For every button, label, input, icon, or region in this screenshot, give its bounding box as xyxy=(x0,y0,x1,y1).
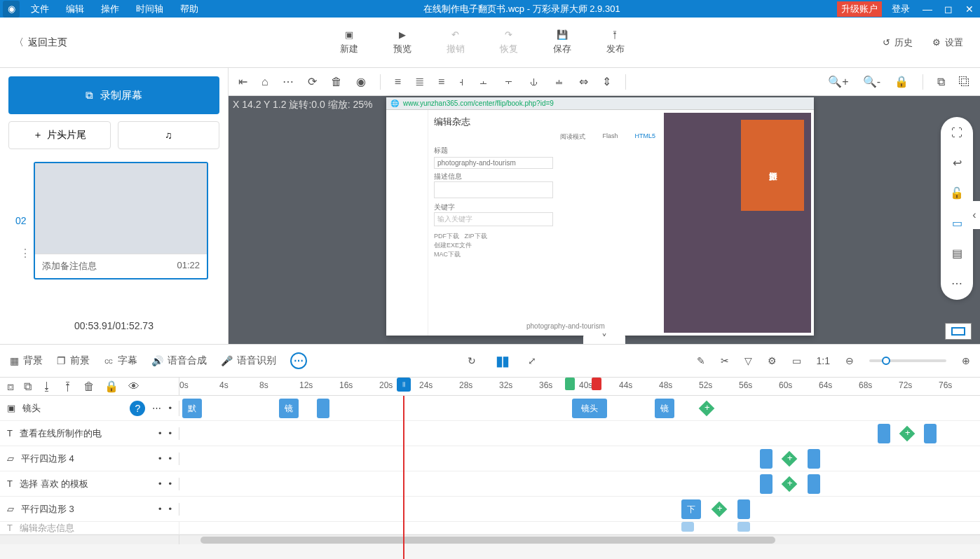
clip-note-placeholder[interactable]: 添加备注信息 xyxy=(42,260,97,272)
keyframe-t1[interactable] xyxy=(899,426,916,442)
edit-icon[interactable]: ✎ xyxy=(697,355,705,366)
download-icon[interactable]: ⭳ xyxy=(41,380,53,393)
maximize-button[interactable]: ◻ xyxy=(938,4,959,15)
rectangle-icon[interactable]: ▭ xyxy=(952,216,962,230)
keyframe-t4[interactable] xyxy=(712,502,728,518)
eye-icon[interactable]: 👁 xyxy=(128,380,139,393)
track-dot-icon[interactable]: • xyxy=(158,453,162,464)
duplicate-icon[interactable]: ⿻ xyxy=(959,76,970,88)
menu-operate[interactable]: 操作 xyxy=(93,3,128,15)
clip-t3-a[interactable] xyxy=(760,474,773,494)
menu-timeline[interactable]: 时间轴 xyxy=(128,3,172,15)
pause-button[interactable]: ▮▮ xyxy=(496,352,508,369)
add-audio-button[interactable]: ♫ xyxy=(118,121,220,149)
copy-icon[interactable]: ⧉ xyxy=(937,76,945,88)
upload2-icon[interactable]: ⭱ xyxy=(62,380,74,393)
distribute-v-icon[interactable]: ⫨ xyxy=(554,76,565,88)
track-t2-body[interactable] xyxy=(179,446,980,471)
align-bottom-icon[interactable]: ≡ xyxy=(438,76,444,88)
tab-asr[interactable]: 🎤语音识别 xyxy=(221,354,276,367)
record-screen-button[interactable]: ⧉ 录制屏幕 xyxy=(8,76,219,114)
align-right-icon[interactable]: ⫟ xyxy=(503,76,515,88)
back-home-button[interactable]: 〈 返回主页 xyxy=(0,36,81,49)
clip-t5-b[interactable] xyxy=(737,522,750,532)
menu-edit[interactable]: 编辑 xyxy=(57,3,93,15)
align-middle-icon[interactable]: ≣ xyxy=(415,75,424,88)
align-top-icon[interactable]: ≡ xyxy=(395,76,401,88)
clip-card[interactable]: 02 添加备注信息 01:22 xyxy=(34,162,208,280)
track-t4-body[interactable]: 下 xyxy=(179,497,980,521)
track-dot2-icon[interactable]: • xyxy=(168,453,172,464)
clip-small-1[interactable] xyxy=(317,399,329,418)
settings-button[interactable]: ⚙设置 xyxy=(932,36,963,49)
more-tabs-button[interactable]: ⋯ xyxy=(290,352,307,369)
track-dot2-icon[interactable]: • xyxy=(168,504,172,514)
time-ruler[interactable]: 0s4s8s12s16s20s24s28s32s36s40s44s48s52s5… xyxy=(179,378,980,395)
rewind-history-icon[interactable]: ↻ xyxy=(468,355,476,366)
clip-shot-b[interactable]: 镜头 xyxy=(572,399,607,418)
marker-green[interactable] xyxy=(565,378,575,390)
history-button[interactable]: ↺历史 xyxy=(883,36,913,49)
track-dot-icon[interactable]: • xyxy=(158,478,162,489)
track-dot2-icon[interactable]: • xyxy=(168,428,172,439)
track-dot-icon[interactable]: • xyxy=(168,403,172,413)
lock2-icon[interactable]: 🔒 xyxy=(104,380,118,393)
one-to-one-icon[interactable]: 1:1 xyxy=(817,355,830,366)
pip-indicator[interactable] xyxy=(945,323,972,340)
undo-button[interactable]: ↶撤销 xyxy=(447,29,465,55)
redo-button[interactable]: ↷恢复 xyxy=(500,29,518,55)
keyframe-t2[interactable] xyxy=(782,451,798,467)
tab-subtitle[interactable]: ㏄字幕 xyxy=(104,354,137,367)
minimize-button[interactable]: — xyxy=(917,4,938,15)
track-dot2-icon[interactable]: • xyxy=(168,478,172,489)
clip-t1-b[interactable] xyxy=(924,424,937,443)
spacing-v-icon[interactable]: ⇕ xyxy=(602,75,611,88)
lock-icon[interactable]: 🔒 xyxy=(894,75,908,88)
crop-icon[interactable]: ✂ xyxy=(721,355,729,366)
spacing-h-icon[interactable]: ⇔ xyxy=(579,75,588,88)
expand-icon[interactable]: ⤢ xyxy=(528,355,536,366)
keyframe-t3[interactable] xyxy=(782,476,798,492)
fullscreen-icon[interactable]: ⛶ xyxy=(951,127,962,139)
more-horizontal-icon[interactable]: ⋯ xyxy=(283,75,294,88)
help-icon[interactable]: ? xyxy=(130,401,145,416)
clip-t4-a[interactable]: 下 xyxy=(681,499,701,519)
collapse-bottom-tab[interactable]: ˅ xyxy=(583,333,625,344)
clip-t4-b[interactable] xyxy=(737,499,750,519)
caption-box-icon[interactable]: ▭ xyxy=(792,355,801,366)
add-folder-in-icon[interactable]: ⧈ xyxy=(7,380,14,393)
clip-default[interactable]: 默 xyxy=(182,399,202,418)
menu-help[interactable]: 帮助 xyxy=(172,3,207,15)
close-button[interactable]: ✕ xyxy=(959,4,980,15)
track-more-icon[interactable]: ⋯ xyxy=(152,403,161,413)
clip-t2-a[interactable] xyxy=(760,449,773,469)
timeline-scrollbar[interactable] xyxy=(0,534,980,544)
new-button[interactable]: ▣新建 xyxy=(340,29,358,55)
keyframe-add-1[interactable] xyxy=(699,401,715,417)
preview-button[interactable]: ▶预览 xyxy=(393,29,411,55)
track-dot-icon[interactable]: • xyxy=(158,428,162,439)
clip-shot-c[interactable]: 镜 xyxy=(655,399,674,418)
tab-tts[interactable]: 🔊语音合成 xyxy=(151,354,207,367)
clip-t2-b[interactable] xyxy=(808,449,820,469)
align-left-icon[interactable]: ⇤ xyxy=(238,75,247,88)
zoom-slider[interactable] xyxy=(869,359,946,362)
clip-t5-a[interactable] xyxy=(681,522,694,532)
add-folder-out-icon[interactable]: ⧉ xyxy=(24,380,32,393)
clip-t1-a[interactable] xyxy=(878,424,890,443)
more-icon[interactable]: ⋯ xyxy=(951,277,962,290)
unlock-icon[interactable]: 🔓 xyxy=(950,186,964,200)
collapse-right-tab[interactable]: ‹ xyxy=(969,201,980,229)
filter-icon[interactable]: ▽ xyxy=(744,355,752,366)
marker-red[interactable] xyxy=(592,378,601,390)
distribute-h-icon[interactable]: ⫝ xyxy=(529,76,540,88)
home-icon[interactable]: ⌂ xyxy=(261,76,268,88)
scrollbar-thumb[interactable] xyxy=(200,537,775,544)
track-t5-body[interactable] xyxy=(179,522,980,534)
layers-icon[interactable]: ▤ xyxy=(952,247,962,260)
menu-file[interactable]: 文件 xyxy=(22,3,57,15)
align-left2-icon[interactable]: ⫞ xyxy=(458,76,464,88)
sliders-icon[interactable]: ⚙ xyxy=(768,355,777,366)
login-button[interactable]: 登录 xyxy=(885,3,917,15)
focus-icon[interactable]: ◉ xyxy=(356,75,366,88)
